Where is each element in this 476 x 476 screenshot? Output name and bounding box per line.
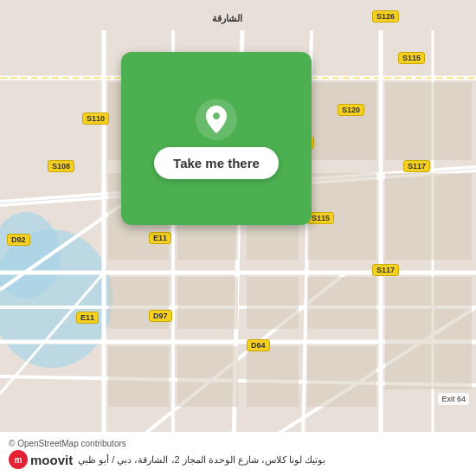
- svg-rect-37: [385, 173, 472, 260]
- road-label-s117: S117: [403, 160, 430, 172]
- city-label: الشارقة: [212, 13, 242, 24]
- svg-rect-38: [385, 277, 472, 389]
- svg-rect-30: [247, 277, 299, 329]
- road-label-d97: D97: [149, 310, 172, 322]
- location-info: m moovit بوتيك لونا كلاس، شارع الوحدة ال…: [9, 450, 467, 469]
- road-label-s110: S110: [82, 113, 109, 125]
- road-label-e11-3: E11: [76, 312, 99, 324]
- moovit-logo: m moovit: [9, 450, 73, 469]
- svg-rect-33: [177, 346, 238, 407]
- location-pin-icon: [196, 99, 237, 140]
- take-me-there-button[interactable]: Take me there: [154, 147, 279, 179]
- location-address: بوتيك لونا كلاس، شارع الوحدة المجاز 2، ا…: [78, 454, 325, 466]
- svg-rect-34: [247, 346, 299, 407]
- road-label-s108: S108: [48, 160, 74, 172]
- road-label-d64: D64: [247, 339, 270, 351]
- svg-rect-29: [177, 277, 238, 329]
- road-label-s117-2: S117: [372, 264, 399, 276]
- road-label-s126: S126: [372, 10, 399, 23]
- road-label-d92: D92: [7, 234, 30, 246]
- road-label-s120: S120: [338, 104, 364, 116]
- svg-rect-32: [108, 346, 169, 407]
- moovit-icon: m: [9, 450, 28, 469]
- svg-rect-35: [307, 346, 376, 407]
- svg-rect-23: [307, 82, 376, 160]
- location-card: Take me there: [121, 52, 312, 225]
- exit-badge: Exit 64: [438, 393, 469, 405]
- moovit-brand-text: moovit: [30, 453, 73, 467]
- svg-rect-31: [307, 277, 376, 329]
- bottom-bar: © OpenStreetMap contributors m moovit بو…: [0, 432, 476, 476]
- map-container: الشارقة Take me there S126 S115 S110 S10…: [0, 0, 476, 476]
- road-label-e11-2: E11: [149, 232, 171, 244]
- svg-rect-36: [385, 82, 472, 160]
- map-attribution: © OpenStreetMap contributors: [9, 439, 467, 448]
- road-label-s115: S115: [398, 52, 425, 64]
